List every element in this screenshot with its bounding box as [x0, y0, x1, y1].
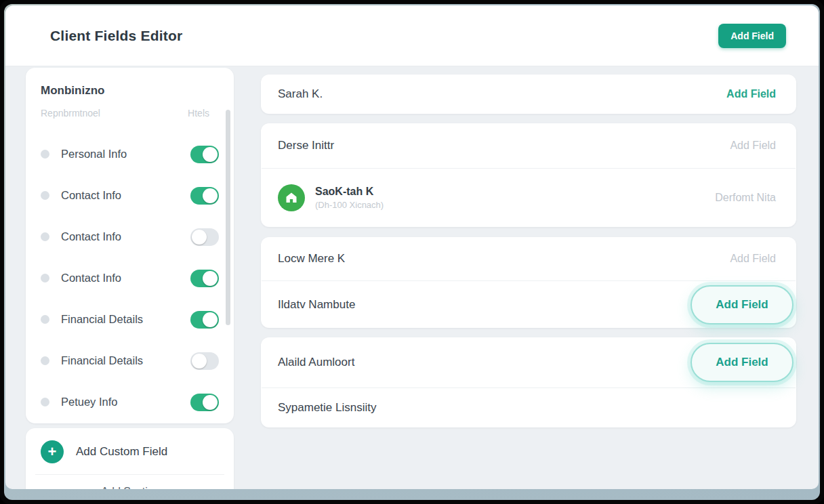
drag-handle-dot-icon — [41, 232, 49, 241]
toggle-knob — [203, 395, 218, 410]
field-row-sypametie[interactable]: Sypametie Lisnsiity — [261, 388, 796, 427]
toggle-petuey-info[interactable] — [190, 394, 219, 411]
sidebar-item-financial-details-1[interactable]: Financial Details — [41, 299, 220, 340]
field-row-derse[interactable]: Derse Inittr Add Field — [261, 123, 796, 168]
add-field-pill-button[interactable]: Add Field — [691, 285, 794, 324]
add-section-button[interactable]: Add Section — [41, 486, 220, 489]
sidebar-item-petuey-info[interactable]: Petuey Info — [41, 381, 220, 423]
sidebar-section-list: Personal Info Contact Info Contact Info — [41, 133, 220, 423]
toggle-knob — [203, 271, 218, 286]
toggle-knob — [192, 354, 207, 369]
drag-handle-dot-icon — [41, 191, 49, 200]
toggle-knob — [203, 147, 218, 162]
page-title: Client Fields Editor — [50, 28, 182, 44]
sidebar-sections-panel: Monbinizno Repnbrmtnoel Htels Personal I… — [26, 68, 234, 423]
toggle-contact-info-3[interactable] — [190, 270, 219, 287]
subject-subtitle: (Dh-100 Xicnach) — [315, 200, 384, 210]
field-group-1: Derse Inittr Add Field SaoK-tah K (Dh-10… — [261, 123, 796, 227]
toggle-knob — [192, 230, 207, 245]
sidebar-item-label: Contact Info — [61, 272, 190, 285]
field-label: Locw Mere K — [278, 252, 345, 266]
home-icon — [278, 184, 305, 211]
field-row-saoktah[interactable]: SaoK-tah K (Dh-100 Xicnach) Derfomt Nita — [261, 169, 796, 226]
sidebar-item-label: Personal Info — [61, 148, 190, 161]
sidebar-scrollbar[interactable] — [226, 110, 230, 325]
add-field-link-muted[interactable]: Add Field — [730, 140, 776, 152]
toggle-contact-info-1[interactable] — [190, 187, 219, 205]
sidebar-item-label: Financial Details — [61, 354, 190, 367]
sidebar-item-label: Contact Info — [61, 230, 190, 243]
add-custom-field-button[interactable]: + Add Custom Field — [41, 438, 220, 466]
sidebar-item-contact-info-1[interactable]: Contact Info — [41, 175, 220, 216]
field-row-sarah[interactable]: Sarah K. Add Field — [261, 75, 796, 114]
sidebar-item-contact-info-2[interactable]: Contact Info — [41, 216, 220, 257]
add-field-link-muted[interactable]: Add Field — [730, 253, 776, 265]
toggle-financial-details-1[interactable] — [190, 311, 219, 329]
field-label: Ildatv Nambute — [278, 298, 355, 312]
field-group-3: Alaild Aumloort Add Field Sypametie Lisn… — [261, 337, 796, 427]
field-label: Alaild Aumloort — [278, 356, 354, 369]
sidebar-subtitle-right: Htels — [188, 108, 209, 119]
add-custom-field-label: Add Custom Field — [76, 445, 167, 459]
toggle-financial-details-2[interactable] — [190, 352, 219, 370]
sidebar-item-label: Contact Info — [61, 189, 190, 202]
app-window: Client Fields Editor Add Field Monbinizn… — [5, 5, 819, 489]
sidebar-actions-panel: + Add Custom Field Add Section — [26, 428, 234, 489]
drag-handle-dot-icon — [41, 398, 49, 406]
subject-text: SaoK-tah K (Dh-100 Xicnach) — [315, 186, 384, 210]
drag-handle-dot-icon — [41, 356, 49, 365]
sidebar-subheader: Repnbrmtnoel Htels — [41, 108, 220, 119]
sidebar-item-label: Petuey Info — [61, 396, 190, 408]
drag-handle-dot-icon — [41, 315, 49, 324]
add-field-pill-button[interactable]: Add Field — [691, 343, 794, 382]
drag-handle-dot-icon — [41, 150, 49, 159]
add-field-link[interactable]: Add Field — [726, 88, 776, 100]
plus-icon: + — [41, 440, 64, 463]
field-label: Derse Inittr — [278, 139, 334, 152]
field-row-ildatv[interactable]: Ildatv Nambute Add Field — [261, 281, 796, 328]
divider — [35, 474, 224, 475]
sidebar-subtitle-left: Repnbrmtnoel — [41, 108, 100, 119]
subject-title: SaoK-tah K — [315, 186, 384, 198]
toggle-knob — [203, 188, 218, 203]
field-group-2: Locw Mere K Add Field Ildatv Nambute Add… — [261, 237, 796, 328]
sidebar-item-label: Financial Details — [61, 313, 190, 326]
toggle-knob — [203, 312, 218, 327]
field-label: Sypametie Lisnsiity — [278, 401, 377, 415]
toggle-personal-info[interactable] — [190, 146, 219, 163]
field-row-locw[interactable]: Locw Mere K Add Field — [261, 237, 796, 280]
sidebar-item-contact-info-3[interactable]: Contact Info — [41, 257, 220, 299]
toggle-contact-info-2[interactable] — [190, 228, 219, 246]
screenshot-frame: Client Fields Editor Add Field Monbinizn… — [0, 0, 824, 504]
field-row-alaild[interactable]: Alaild Aumloort Add Field — [261, 337, 796, 387]
drag-handle-dot-icon — [41, 274, 49, 282]
sidebar-title: Monbinizno — [41, 84, 220, 98]
row-right-muted-text: Derfomt Nita — [715, 192, 776, 204]
add-field-button[interactable]: Add Field — [718, 24, 786, 48]
desktop-background: Client Fields Editor Add Field Monbinizn… — [4, 4, 820, 500]
sidebar-item-personal-info[interactable]: Personal Info — [41, 133, 220, 175]
header: Client Fields Editor Add Field — [5, 5, 819, 66]
sidebar-item-financial-details-2[interactable]: Financial Details — [41, 340, 220, 381]
field-label: Sarah K. — [278, 87, 323, 101]
